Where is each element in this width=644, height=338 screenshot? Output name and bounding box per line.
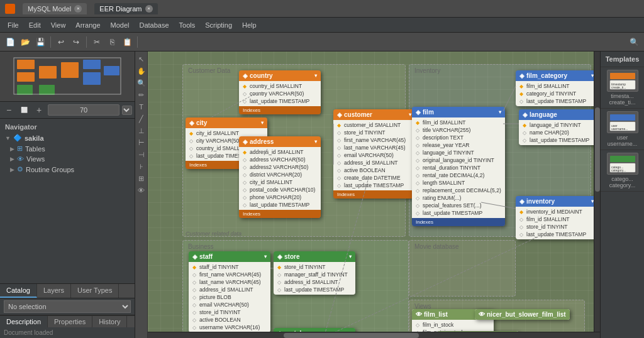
table-tool[interactable]: ⊞: [136, 173, 147, 183]
svg-rect-4: [83, 60, 101, 69]
table-customer-row-3: ◇last_name VARCHAR(45): [333, 144, 415, 151]
nav-views[interactable]: ▶ 👁 Views: [0, 154, 135, 164]
template-item-1[interactable]: user username... userusername...: [601, 109, 644, 150]
zoom-in-button[interactable]: +: [33, 104, 45, 116]
menu-view[interactable]: View: [46, 20, 71, 30]
tab-user-types[interactable]: User Types: [71, 284, 119, 298]
table-address-row-3: ◇district VARCHAR(20): [239, 171, 321, 178]
svg-rect-8: [39, 85, 55, 95]
cut-button[interactable]: ✂: [91, 36, 103, 48]
open-button[interactable]: 📂: [19, 36, 31, 48]
table-address-row-4: ◇city_id SMALLINT: [239, 178, 321, 186]
table-staff-row-0: ◆staff_id TINYINT: [189, 263, 270, 271]
schema-label: sakila: [25, 134, 44, 142]
table-country-row-0: ◆country_id SMALLINT: [239, 82, 321, 90]
line-tool[interactable]: ╱: [136, 114, 147, 124]
menu-file[interactable]: File: [3, 20, 24, 30]
table-store-body: ◆store_id TINYINT ◇manager_staff_id TINY…: [274, 262, 355, 295]
nav-routine-groups[interactable]: ▶ ⚙ Routine Groups: [0, 164, 135, 175]
zoom-input[interactable]: 70: [48, 104, 119, 116]
table-customer[interactable]: ◈customer ▾ ◆customer_id SMALLINT ◇store…: [333, 109, 415, 199]
zoom-tool[interactable]: 🔍: [136, 78, 147, 88]
copy-button[interactable]: ⎘: [106, 36, 118, 48]
search-button[interactable]: 🔍: [628, 36, 640, 48]
menu-scripting[interactable]: Scripting: [200, 20, 237, 30]
nav-tables[interactable]: ▶ ⊞ Tables: [0, 143, 135, 154]
svg-text:category...: category...: [611, 168, 626, 172]
region-customer-data-label: Customer Data: [188, 67, 230, 74]
tab-history[interactable]: History: [92, 316, 127, 327]
tables-label: Tables: [25, 145, 45, 153]
relation-tool-1[interactable]: ⊥: [136, 126, 147, 136]
table-language-row-2: ◇last_update TIMESTAMP: [519, 136, 600, 144]
table-nicer-film-list[interactable]: 👁nicer_but_slower_film_list: [475, 309, 570, 320]
new-button[interactable]: 📄: [4, 36, 16, 48]
tab-eer-diagram-close[interactable]: ×: [145, 5, 153, 13]
vertical-scrollbar[interactable]: [594, 52, 600, 332]
table-nicer-film-list-header: 👁nicer_but_slower_film_list: [475, 309, 570, 320]
draw-tool[interactable]: ✏: [136, 90, 147, 100]
template-item-0[interactable]: timestamp create_ti... timesta...create_…: [601, 67, 644, 109]
canvas-area[interactable]: ↖ ✋ 🔍 ✏ T ╱ ⊥ ⊢ ⊣ ⊦ ⊞ 👁 Customer Data In…: [135, 52, 600, 338]
table-inventory-header: ◈inventory ▾: [516, 196, 597, 207]
table-country[interactable]: ◈country ▾ ◆country_id SMALLINT ◇country…: [239, 70, 321, 114]
nav-schema-sakila[interactable]: ▼ 🔷 sakila: [0, 133, 135, 143]
menu-edit[interactable]: Edit: [24, 20, 46, 30]
tab-description[interactable]: Description: [0, 316, 48, 327]
horizontal-scrollbar[interactable]: [148, 332, 600, 338]
zoom-out-button[interactable]: −: [3, 104, 15, 116]
table-store[interactable]: ◈store ▾ ◆store_id TINYINT ◇manager_staf…: [274, 251, 355, 295]
zoom-select[interactable]: ▾: [122, 106, 132, 115]
tab-properties[interactable]: Properties: [48, 316, 92, 327]
table-address-row-2: ◇address2 VARCHAR(50): [239, 163, 321, 171]
table-film-list-row-0: ◇film_in_stock: [412, 321, 494, 329]
table-language[interactable]: ◈language ▾ ◆language_id TINYINT ◇name C…: [519, 109, 600, 145]
menu-tools[interactable]: Tools: [174, 20, 201, 30]
views-icon: 👁: [17, 155, 24, 163]
app-icon: [5, 4, 15, 14]
tab-mysql-model-close[interactable]: ×: [74, 5, 82, 13]
menu-help[interactable]: Help: [237, 20, 262, 30]
tab-catalog[interactable]: Catalog: [0, 284, 37, 298]
tab-layers[interactable]: Layers: [37, 284, 71, 298]
table-staff[interactable]: ◈staff ▾ ◆staff_id TINYINT ◇first_name V…: [189, 251, 270, 332]
table-film-category[interactable]: ◈film_category ▾ ◆film_id SMALLINT ◆cate…: [516, 70, 597, 106]
table-customer-row-6: ◇active BOOLEAN: [333, 166, 415, 174]
template-item-2[interactable]: catego... category... catego...category.…: [601, 150, 644, 192]
table-staff-row-6: ◇store_id TINYINT: [189, 308, 270, 316]
text-tool[interactable]: T: [136, 102, 147, 112]
table-staff-name: staff: [199, 253, 213, 260]
paste-button[interactable]: 📋: [121, 36, 133, 48]
zoom-reset-button[interactable]: ⬜: [18, 104, 30, 116]
menu-model[interactable]: Model: [106, 20, 135, 30]
relation-tool-4[interactable]: ⊦: [136, 161, 147, 172]
routine-icon: ⚙: [17, 165, 23, 173]
select-tool[interactable]: ↖: [136, 54, 147, 64]
table-address[interactable]: ◈address ▾ ◆address_id SMALLINT ◇address…: [239, 136, 321, 218]
menu-arrange[interactable]: Arrange: [70, 20, 105, 30]
table-country-row-2: ◇last_update TIMESTAMP: [239, 97, 321, 105]
tab-eer-diagram[interactable]: EER Diagram ×: [94, 3, 157, 14]
relation-tool-2[interactable]: ⊢: [136, 138, 147, 148]
undo-button[interactable]: ↩: [55, 36, 67, 48]
save-button[interactable]: 💾: [34, 36, 47, 48]
table-film[interactable]: ◈film ▾ ◆film_id SMALLINT ◇title VARCHAR…: [412, 107, 505, 226]
selection-dropdown[interactable]: No selection: [4, 300, 131, 313]
table-address-row-5: ◇postal_code VARCHAR(10): [239, 186, 321, 194]
redo-button[interactable]: ↪: [70, 36, 82, 48]
tab-mysql-model[interactable]: MySQL Model ×: [23, 3, 87, 14]
relation-tool-3[interactable]: ⊣: [136, 150, 147, 160]
thumbnail-area: [0, 52, 135, 102]
vertical-scroll-thumb[interactable]: [595, 107, 600, 192]
diagram-canvas[interactable]: Customer Data Inventory Business Movie d…: [148, 52, 600, 338]
right-panel: Templates timestamp create_ti... timesta…: [600, 52, 644, 338]
doc-loaded-status: Document loaded: [0, 327, 135, 338]
svg-rect-19: [610, 73, 635, 79]
horizontal-scroll-thumb[interactable]: [284, 333, 419, 338]
menu-database[interactable]: Database: [134, 20, 174, 30]
table-inventory[interactable]: ◈inventory ▾ ◆inventory_id MEDIAINT ◇fil…: [516, 196, 597, 239]
view-tool[interactable]: 👁: [136, 185, 147, 195]
table-customer-row-7: ◇create_date DATETIME: [333, 174, 415, 182]
table-film-category-row-1: ◆category_id TINYINT: [516, 90, 597, 97]
hand-tool[interactable]: ✋: [136, 66, 147, 76]
